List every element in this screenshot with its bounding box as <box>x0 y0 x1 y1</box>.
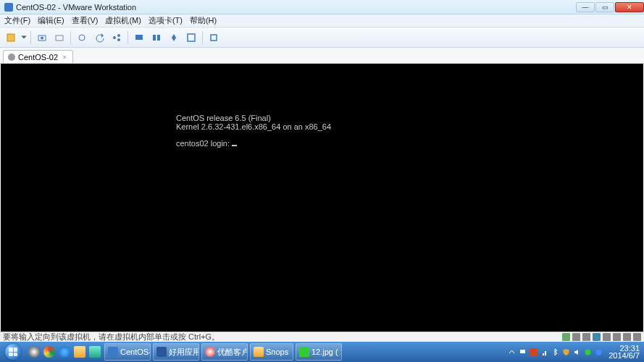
svg-rect-10 <box>157 35 160 41</box>
terminal-output: CentOS release 6.5 (Final) Kernel 2.6.32… <box>176 114 331 148</box>
snapshot-button[interactable] <box>34 30 50 45</box>
task-folder[interactable]: Snops <box>250 343 293 361</box>
printer-icon[interactable] <box>623 333 631 341</box>
menu-help[interactable]: 帮助(H) <box>190 15 217 26</box>
tray-bluetooth-icon[interactable] <box>551 348 559 356</box>
pinned-chrome[interactable] <box>42 344 57 360</box>
tray-ppt-icon[interactable] <box>530 348 538 356</box>
snapshot-revert-button[interactable] <box>91 30 107 45</box>
tray-network-icon[interactable] <box>540 348 548 356</box>
separator <box>202 31 203 44</box>
svg-point-18 <box>596 349 602 355</box>
svg-rect-12 <box>211 35 217 41</box>
snapshot-manager-button[interactable] <box>109 30 125 45</box>
vm-tab-label: CentOS-02 <box>18 53 58 62</box>
power-dropdown[interactable] <box>20 30 28 45</box>
stretch-button[interactable] <box>206 30 222 45</box>
menu-tabs[interactable]: 选项卡(T) <box>149 15 183 26</box>
separator <box>30 31 31 44</box>
window-title: CentOS-02 - VMware Workstation <box>16 3 136 12</box>
show-console-button[interactable] <box>131 30 147 45</box>
hdd-icon[interactable] <box>562 333 570 341</box>
toolbar <box>0 28 644 48</box>
svg-rect-3 <box>56 35 63 41</box>
app-icon <box>4 3 13 12</box>
cursor <box>232 145 237 146</box>
thumbnail-button[interactable] <box>149 30 164 45</box>
svg-rect-9 <box>153 35 156 41</box>
pinned-desktop[interactable] <box>88 344 102 360</box>
unity-button[interactable] <box>166 30 182 45</box>
svg-rect-0 <box>7 34 14 41</box>
task-image[interactable]: 12.jpg ( 1600×9... <box>296 343 342 361</box>
task-word[interactable]: 好用应用系统部... <box>153 343 199 361</box>
device-icons <box>562 333 641 341</box>
tab-close-button[interactable]: × <box>61 54 68 61</box>
start-button[interactable] <box>0 342 26 362</box>
tray-flag-icon[interactable] <box>519 348 527 356</box>
pinned-qq[interactable] <box>27 344 41 360</box>
network-icon[interactable] <box>593 333 601 341</box>
menu-bar: 文件(F) 编辑(E) 查看(V) 虚拟机(M) 选项卡(T) 帮助(H) <box>0 14 644 28</box>
status-hint: 要将输入定向到该虚拟机，请在虚拟机内部单击或按 Ctrl+G。 <box>3 332 219 342</box>
pinned-ie[interactable] <box>57 344 72 360</box>
windows-taskbar: CentOS-02 - VM... 好用应用系统部... 优酷客户端 Snops… <box>0 342 644 362</box>
close-button[interactable]: ✕ <box>615 2 644 12</box>
pinned-explorer[interactable] <box>72 344 87 360</box>
vm-tab-icon <box>8 54 15 61</box>
svg-point-6 <box>117 34 120 37</box>
svg-rect-13 <box>520 350 525 353</box>
separator <box>127 31 128 44</box>
vm-tab[interactable]: CentOS-02 × <box>3 50 73 63</box>
separator <box>70 31 71 44</box>
floppy-icon[interactable] <box>582 333 590 341</box>
system-tray: 23:31 2014/6/7 <box>508 345 644 359</box>
vm-console[interactable]: CentOS release 6.5 (Final) Kernel 2.6.32… <box>1 64 643 334</box>
power-on-button[interactable] <box>3 30 19 45</box>
tab-strip: CentOS-02 × <box>0 48 644 64</box>
taskbar-clock[interactable]: 23:31 2014/6/7 <box>609 345 640 359</box>
fullscreen-button[interactable] <box>183 30 199 45</box>
clock-date: 2014/6/7 <box>609 352 640 359</box>
svg-point-17 <box>585 349 591 355</box>
window-titlebar: CentOS-02 - VMware Workstation — ▭ ✕ <box>0 0 644 14</box>
message-icon[interactable] <box>633 333 641 341</box>
snapshot-take-button[interactable] <box>74 30 90 45</box>
task-vmware[interactable]: CentOS-02 - VM... <box>104 343 151 361</box>
svg-point-7 <box>117 38 120 41</box>
svg-point-4 <box>79 35 85 41</box>
svg-rect-16 <box>545 351 546 355</box>
svg-rect-14 <box>530 348 538 356</box>
status-bar: 要将输入定向到该虚拟机，请在虚拟机内部单击或按 Ctrl+G。 <box>0 332 644 342</box>
revert-button[interactable] <box>51 30 67 45</box>
tray-safe-icon[interactable] <box>584 348 592 356</box>
tray-shield-icon[interactable] <box>562 348 570 356</box>
tray-misc-icon[interactable] <box>595 348 603 356</box>
minimize-button[interactable]: — <box>576 2 595 12</box>
svg-rect-8 <box>135 35 143 40</box>
usb-icon[interactable] <box>603 333 611 341</box>
svg-rect-15 <box>543 353 544 355</box>
tray-up-icon[interactable] <box>508 348 516 356</box>
tray-sound-icon[interactable] <box>573 348 581 356</box>
svg-rect-11 <box>188 34 195 41</box>
maximize-button[interactable]: ▭ <box>595 2 614 12</box>
menu-vm[interactable]: 虚拟机(M) <box>105 15 141 26</box>
cd-icon[interactable] <box>572 333 580 341</box>
menu-view[interactable]: 查看(V) <box>72 15 99 26</box>
svg-point-2 <box>41 36 43 39</box>
task-youku[interactable]: 优酷客户端 <box>201 343 248 361</box>
menu-file[interactable]: 文件(F) <box>4 15 30 26</box>
sound-icon[interactable] <box>613 333 621 341</box>
svg-point-5 <box>113 36 116 39</box>
windows-logo-icon <box>5 344 21 360</box>
menu-edit[interactable]: 编辑(E) <box>38 15 64 26</box>
